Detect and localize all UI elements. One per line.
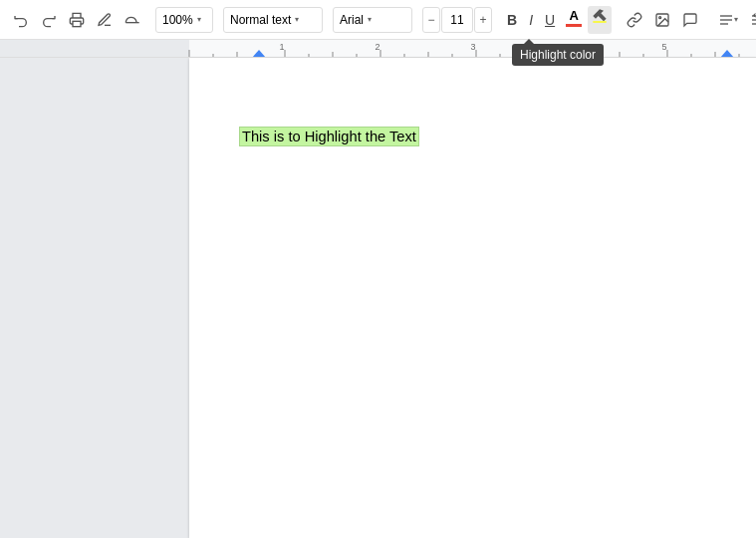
toolbar: 100% ▾ Normal text ▾ Arial ▾ − + B I U A [0,0,756,40]
undo-button[interactable] [8,6,34,34]
font-chevron-icon: ▾ [368,15,372,24]
redo-button[interactable] [36,6,62,34]
text-style-control[interactable]: Normal text ▾ [223,7,323,33]
svg-text:5: 5 [661,42,666,52]
tooltip-text: Highlight color [520,48,596,62]
text-color-button[interactable]: A [562,6,586,34]
zoom-control[interactable]: 100% ▾ [155,7,213,33]
left-margin [0,58,189,538]
comment-button[interactable] [677,6,703,34]
line-spacing-button[interactable]: ▾ [745,6,756,34]
font-label: Arial [340,13,364,27]
document-page: This is to Highlight the Text [189,58,756,538]
alignment-chevron-icon: ▾ [734,15,738,24]
svg-text:2: 2 [375,42,379,52]
text-style-label: Normal text [230,13,291,27]
text-color-letter: A [569,8,578,23]
underline-button[interactable]: U [540,6,560,34]
ruler-svg: 1 2 3 4 5 [0,40,756,57]
ruler: 1 2 3 4 5 [0,40,756,58]
paint-format-button[interactable] [120,6,145,34]
content-area: This is to Highlight the Text [0,58,756,538]
decrease-font-button[interactable]: − [422,7,440,33]
text-color-bar [566,24,582,27]
svg-rect-0 [73,21,81,26]
bold-button[interactable]: B [502,6,522,34]
svg-text:3: 3 [470,42,475,52]
svg-rect-20 [0,40,189,57]
italic-button[interactable]: I [524,6,538,34]
zoom-chevron-icon: ▾ [197,15,201,24]
print-button[interactable] [64,6,90,34]
highlight-color-button[interactable] [588,6,612,34]
insert-image-button[interactable] [649,6,675,34]
highlighted-text[interactable]: This is to Highlight the Text [239,127,419,146]
text-style-chevron-icon: ▾ [295,15,299,24]
zoom-value: 100% [162,13,193,27]
svg-point-4 [659,16,661,18]
spellcheck-button[interactable] [92,6,118,34]
highlight-letter [592,8,608,27]
font-size-control: − + [422,7,492,33]
font-control[interactable]: Arial ▾ [333,7,412,33]
alignment-button[interactable]: ▾ [713,6,743,34]
svg-text:1: 1 [279,42,284,52]
svg-rect-2 [593,21,606,22]
link-button[interactable] [622,6,647,34]
highlight-color-tooltip: Highlight color [512,44,604,66]
font-size-input[interactable] [441,7,473,33]
increase-font-button[interactable]: + [474,7,492,33]
document-content: This is to Highlight the Text [239,128,706,145]
